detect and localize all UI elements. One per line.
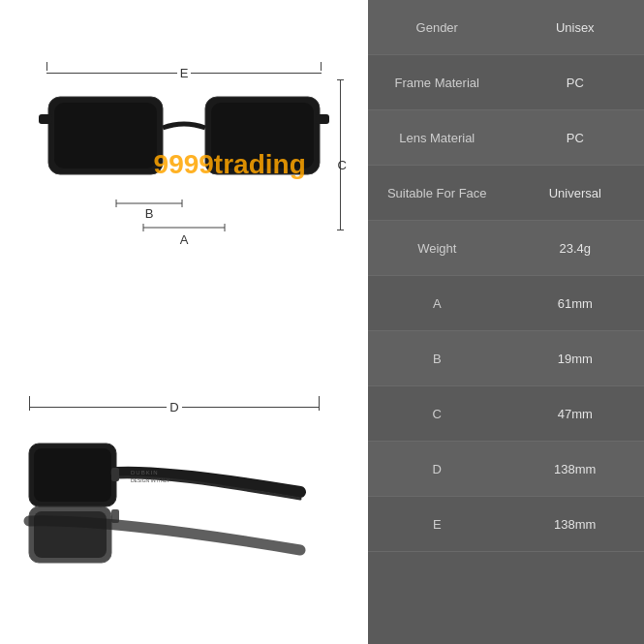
- spec-value: PC: [506, 76, 645, 90]
- spec-value: 47mm: [506, 407, 645, 421]
- spec-label: Frame Material: [368, 76, 506, 90]
- glasses-side-wrapper: D: [19, 390, 349, 584]
- watermark: 9999trading: [154, 149, 306, 180]
- spec-value: 19mm: [506, 352, 645, 366]
- svg-rect-4: [39, 114, 52, 124]
- spec-value: Universal: [506, 186, 645, 200]
- dim-d-right-tick: [319, 396, 320, 405]
- spec-value: PC: [506, 131, 645, 145]
- dim-e-right-tick: [321, 62, 322, 71]
- svg-text:A: A: [180, 232, 189, 247]
- svg-rect-15: [34, 448, 111, 502]
- spec-value: Unisex: [506, 20, 645, 35]
- spec-label: Weight: [368, 241, 506, 256]
- svg-rect-5: [316, 114, 329, 124]
- spec-row: Weight23.4g: [368, 221, 644, 276]
- spec-row: GenderUnisex: [368, 0, 644, 55]
- svg-rect-1: [54, 103, 157, 169]
- dim-d-arrow: D: [29, 400, 320, 414]
- spec-value: 138mm: [506, 517, 645, 532]
- dim-e-left-tick: [46, 62, 47, 71]
- dim-c-bottom-tick: [337, 230, 344, 230]
- spec-row: C47mm: [368, 386, 644, 442]
- spec-row: D138mm: [368, 442, 644, 497]
- spec-row: Lens MaterialPC: [368, 110, 644, 166]
- dim-c-label: C: [338, 158, 347, 172]
- spec-value: 61mm: [506, 296, 645, 311]
- spec-label: Lens Material: [368, 131, 506, 145]
- main-container: E C: [0, 0, 644, 644]
- svg-rect-20: [111, 468, 119, 481]
- dim-d-left-tick: [29, 396, 30, 405]
- spec-value: 138mm: [506, 462, 645, 476]
- side-view-section: D: [0, 329, 368, 644]
- svg-text:B: B: [145, 206, 154, 221]
- right-panel: GenderUnisexFrame MaterialPCLens Materia…: [368, 0, 644, 644]
- spec-row: Suitable For FaceUniversal: [368, 166, 644, 221]
- svg-text:DESIGN IN ITALY: DESIGN IN ITALY: [131, 477, 170, 483]
- glasses-front-wrapper: E C: [19, 48, 349, 281]
- spec-label: Gender: [368, 20, 506, 35]
- spec-label: B: [368, 352, 506, 366]
- glasses-side-svg: DUBKIN DESIGN IN ITALY: [19, 414, 329, 589]
- dim-c-top-tick: [337, 79, 344, 80]
- spec-row: Frame MaterialPC: [368, 55, 644, 110]
- dim-c-arrow: [340, 79, 341, 230]
- spec-label: E: [368, 517, 506, 532]
- svg-rect-19: [34, 511, 107, 558]
- svg-rect-21: [111, 509, 119, 523]
- spec-row: B19mm: [368, 331, 644, 386]
- spec-label: Suitable For Face: [368, 186, 506, 200]
- spec-value: 23.4g: [506, 241, 645, 256]
- left-panel: E C: [0, 0, 368, 644]
- spec-label: A: [368, 296, 506, 311]
- spec-label: C: [368, 407, 506, 421]
- spec-row: E138mm: [368, 497, 644, 552]
- dim-d-label: D: [167, 400, 181, 414]
- spec-label: D: [368, 462, 506, 476]
- spec-row: A61mm: [368, 276, 644, 331]
- svg-text:DUBKIN: DUBKIN: [131, 470, 159, 475]
- front-view-section: E C: [0, 0, 368, 329]
